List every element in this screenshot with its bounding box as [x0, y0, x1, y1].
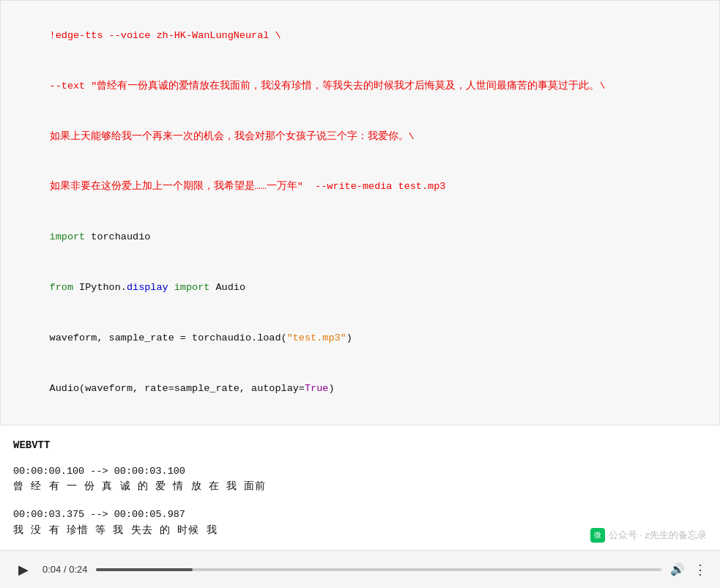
vtt-block-1: 00:00:00.100 --> 00:00:03.100 曾 经 有 一 份 … [13, 464, 707, 495]
code-span: "曾经有一份真诚的爱情放在我面前，我没有珍惜，等我失去的时候我才后悔莫及，人世间… [91, 81, 605, 92]
code-span [168, 282, 174, 293]
code-span: 如果非要在这份爱上加上一个期限，我希望是……一万年" --write-media… [50, 181, 446, 192]
code-span: Audio(waveform, rate=sample_rate, autopl… [50, 383, 305, 394]
vtt-header: WEBVTT [13, 437, 707, 453]
current-time-label: 0:04 / 0:24 [42, 564, 87, 575]
code-span: Audio [209, 282, 245, 293]
total-time: 0:24 [69, 564, 87, 575]
more-options-button[interactable]: ⋮ [694, 562, 707, 578]
code-line-2: --text "曾经有一份真诚的爱情放在我面前，我没有珍惜，等我失去的时候我才后… [14, 62, 706, 112]
volume-button[interactable]: 🔊 [670, 562, 685, 576]
current-time: 0:04 [42, 564, 61, 575]
progress-bar[interactable] [96, 568, 661, 571]
watermark-text: 公众号 · z先生的备忘录 [609, 529, 707, 542]
code-span: --text [50, 81, 92, 92]
code-line-5: import torchaudio [14, 212, 706, 263]
audio-player-bar: ▶ 0:04 / 0:24 🔊 ⋮ [0, 550, 720, 588]
vtt-time-2: 00:00:03.375 --> 00:00:05.987 [13, 507, 707, 523]
code-span: IPython. [73, 282, 127, 293]
code-line-1: !edge-tts --voice zh-HK-WanLungNeural \ [14, 11, 706, 62]
code-span-string: "test.mp3" [287, 332, 346, 343]
code-span-import2: import [174, 282, 210, 293]
code-span-display: display [127, 282, 168, 293]
wechat-icon: 微 [590, 528, 605, 543]
code-line-4: 如果非要在这份爱上加上一个期限，我希望是……一万年" --write-media… [14, 162, 706, 212]
code-span: ) [346, 332, 352, 343]
code-span: ) [328, 383, 334, 394]
code-span: 如果上天能够给我一个再来一次的机会，我会对那个女孩子说三个字：我爱你。\ [50, 131, 415, 142]
code-line-3: 如果上天能够给我一个再来一次的机会，我会对那个女孩子说三个字：我爱你。\ [14, 112, 706, 163]
main-content: !edge-tts --voice zh-HK-WanLungNeural \ … [0, 0, 720, 588]
vtt-text-1: 曾 经 有 一 份 真 诚 的 爱 情 放 在 我 面前 [13, 479, 707, 495]
vtt-time-1: 00:00:00.100 --> 00:00:03.100 [13, 464, 707, 480]
code-line-8: Audio(waveform, rate=sample_rate, autopl… [14, 364, 706, 414]
code-span-from: from [50, 282, 73, 293]
code-span-import: import [50, 231, 86, 242]
watermark: 微 公众号 · z先生的备忘录 [590, 528, 707, 543]
progress-fill [96, 568, 192, 571]
play-button[interactable]: ▶ [13, 559, 34, 580]
code-span: waveform, sample_rate = torchaudio.load( [50, 332, 287, 343]
code-block: !edge-tts --voice zh-HK-WanLungNeural \ … [0, 0, 720, 425]
code-span: torchaudio [85, 231, 150, 242]
code-line-6: from IPython.display import Audio [14, 263, 706, 313]
code-line-7: waveform, sample_rate = torchaudio.load(… [14, 313, 706, 364]
code-span-true: True [305, 383, 328, 394]
code-span: !edge-tts --voice zh-HK-WanLungNeural \ [50, 30, 281, 41]
